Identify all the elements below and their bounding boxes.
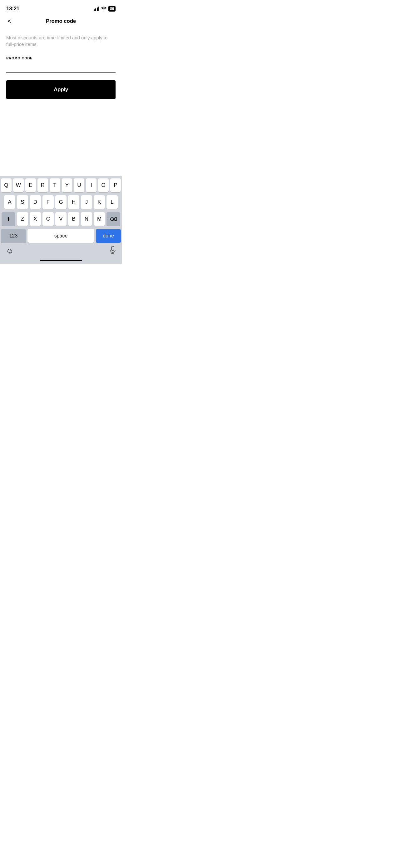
delete-icon: ⌫	[110, 216, 117, 222]
promo-code-label: PROMO CODE	[6, 56, 115, 60]
key-b[interactable]: B	[68, 212, 79, 226]
home-bar	[40, 260, 82, 261]
key-j[interactable]: J	[81, 195, 92, 209]
key-r[interactable]: R	[37, 178, 48, 192]
key-m[interactable]: M	[94, 212, 105, 226]
svg-rect-0	[111, 246, 114, 251]
key-h[interactable]: H	[68, 195, 79, 209]
space-key[interactable]: space	[28, 229, 94, 243]
description-text: Most discounts are time-limited and only…	[6, 34, 115, 48]
status-time: 13:21	[6, 6, 20, 12]
key-u[interactable]: U	[74, 178, 84, 192]
key-c[interactable]: C	[42, 212, 54, 226]
key-k[interactable]: K	[94, 195, 105, 209]
signal-icon	[94, 6, 99, 11]
key-t[interactable]: T	[49, 178, 60, 192]
keyboard-row-2: A S D F G H J K L	[1, 195, 121, 209]
key-p[interactable]: P	[110, 178, 121, 192]
key-l[interactable]: L	[106, 195, 118, 209]
nav-bar: < Promo code	[0, 16, 122, 28]
back-button[interactable]: <	[6, 16, 13, 27]
key-f[interactable]: F	[42, 195, 54, 209]
key-z[interactable]: Z	[17, 212, 28, 226]
numbers-key[interactable]: 123	[1, 229, 26, 243]
key-v[interactable]: V	[55, 212, 67, 226]
key-x[interactable]: X	[30, 212, 41, 226]
home-indicator-area	[1, 257, 121, 262]
content-area: Most discounts are time-limited and only…	[0, 28, 122, 176]
done-key[interactable]: done	[96, 229, 121, 243]
key-a[interactable]: A	[4, 195, 15, 209]
key-y[interactable]: Y	[62, 178, 72, 192]
keyboard-row-1: Q W E R T Y U I O P	[1, 178, 121, 192]
keyboard-extras: ☺	[1, 244, 121, 257]
key-i[interactable]: I	[86, 178, 97, 192]
keyboard: Q W E R T Y U I O P A S D F G H J K L ⬆ …	[0, 176, 122, 264]
battery-icon: 86	[108, 6, 115, 11]
keyboard-bottom-row: 123 space done	[1, 229, 121, 243]
key-o[interactable]: O	[98, 178, 109, 192]
page-title: Promo code	[46, 18, 76, 24]
key-s[interactable]: S	[17, 195, 28, 209]
status-bar: 13:21 86	[0, 0, 122, 16]
wifi-icon	[101, 6, 106, 11]
microphone-key[interactable]	[110, 246, 116, 256]
apply-button[interactable]: Apply	[6, 80, 115, 99]
key-e[interactable]: E	[25, 178, 36, 192]
battery-level: 86	[108, 6, 115, 11]
key-d[interactable]: D	[30, 195, 41, 209]
shift-icon: ⬆	[6, 216, 11, 222]
key-q[interactable]: Q	[1, 178, 11, 192]
keyboard-row-3: ⬆ Z X C V B N M ⌫	[1, 212, 121, 226]
key-g[interactable]: G	[55, 195, 67, 209]
shift-key[interactable]: ⬆	[2, 212, 15, 226]
key-w[interactable]: W	[13, 178, 24, 192]
key-n[interactable]: N	[81, 212, 92, 226]
emoji-key[interactable]: ☺	[6, 247, 14, 255]
status-icons: 86	[94, 6, 115, 11]
delete-key[interactable]: ⌫	[106, 212, 120, 226]
promo-code-input[interactable]	[6, 62, 115, 73]
